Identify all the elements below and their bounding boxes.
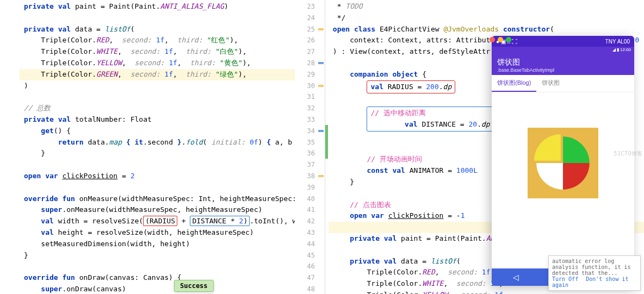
popup-title: Success xyxy=(180,282,208,290)
notif-text: automatic error log analysis function, i… xyxy=(552,258,637,276)
device-label: TNY AL00 xyxy=(605,39,630,45)
app-subtitle: .base.BaseTabActivityImpl xyxy=(497,67,629,73)
slice-yellow xyxy=(534,134,561,161)
phone-statusbar: ● ▣ ⌂ ⛶ TNY AL00 xyxy=(492,36,634,47)
window-controls xyxy=(490,37,511,42)
notif-turnoff[interactable]: Turn Off xyxy=(552,276,578,282)
phone-tabs: 饼状图(Blog) 饼状图 xyxy=(492,75,634,92)
pie-container[interactable] xyxy=(528,128,598,198)
min-dot[interactable] xyxy=(498,37,503,42)
app-title: 饼状图 xyxy=(497,58,629,67)
watermark: 51CTO博客 xyxy=(614,150,643,158)
diff-marker xyxy=(325,125,328,159)
slice-red xyxy=(563,163,590,190)
nav-back[interactable]: ◁ xyxy=(513,273,519,282)
phone-appbar: 饼状图 .base.BaseTabActivityImpl xyxy=(492,54,634,75)
success-popup[interactable]: Success xyxy=(174,280,214,292)
tab-blog[interactable]: 饼状图(Blog) xyxy=(492,75,536,92)
tab-pie[interactable]: 饼状图 xyxy=(536,75,565,92)
max-dot[interactable] xyxy=(506,37,511,42)
left-gutter: 2324252627282930313233343536373839404142… xyxy=(295,0,325,294)
ide-notification[interactable]: automatic error log analysis function, i… xyxy=(548,255,641,291)
left-code[interactable]: private val paint = Paint(Paint.ANTI_ALI… xyxy=(0,0,325,294)
close-dot[interactable] xyxy=(490,37,495,42)
slice-green xyxy=(563,136,590,163)
chart-area xyxy=(492,92,634,234)
phone-statusbar2: ◢ ▮ 12:00 xyxy=(492,47,634,54)
slice-white xyxy=(536,163,563,190)
pie-chart xyxy=(534,134,592,192)
left-pane: private val paint = Paint(Paint.ANTI_ALI… xyxy=(0,0,325,294)
emulator-window: ● ▣ ⌂ ⛶ TNY AL00 ◢ ▮ 12:00 饼状图 .base.Bas… xyxy=(492,36,634,286)
